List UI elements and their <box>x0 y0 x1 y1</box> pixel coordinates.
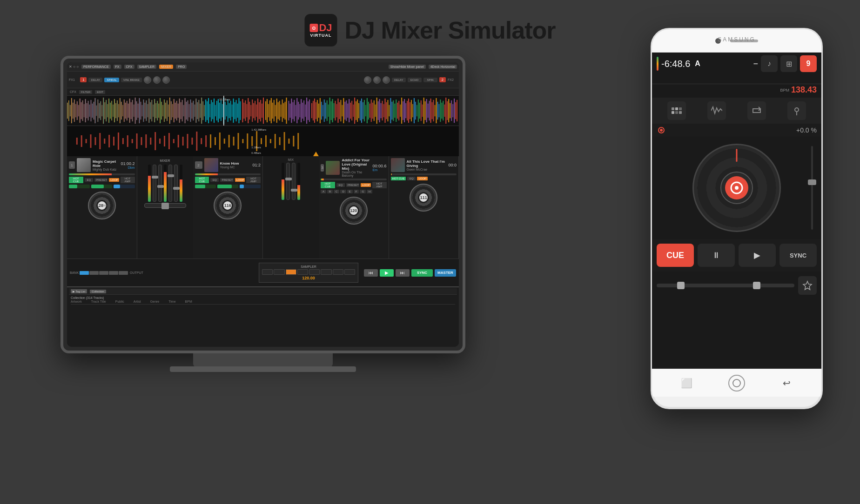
phone-pause-button[interactable]: ⏸ <box>698 244 735 267</box>
play-master-btn[interactable]: ▶ <box>380 269 394 277</box>
deck-3-loop[interactable]: LOOP <box>361 183 370 187</box>
deck-2-preset[interactable]: PRESET <box>220 178 233 182</box>
deck-1-eq-btn[interactable]: EQ <box>85 178 93 182</box>
phone-music-icon-btn[interactable]: ♪ <box>761 55 778 72</box>
key-e[interactable]: E <box>347 190 353 193</box>
deck-1-hotamp[interactable]: HOT AMP <box>121 177 135 183</box>
master-btn[interactable]: MASTER <box>435 269 456 277</box>
phone-back-btn[interactable]: ⬜ <box>678 374 696 392</box>
toolbar-cfx[interactable]: CFX <box>124 65 134 69</box>
deck-3-hotamp[interactable]: HOT AMP <box>372 182 387 188</box>
phone-pin-icon-btn[interactable] <box>787 101 806 120</box>
key-b[interactable]: B <box>327 190 333 193</box>
pad-5[interactable] <box>309 269 320 275</box>
pad-7[interactable] <box>333 269 343 275</box>
fader-3[interactable] <box>168 165 172 202</box>
deck-4-loop[interactable]: LOOP <box>417 177 428 180</box>
deck-2-eq-btn[interactable]: EQ <box>210 178 219 182</box>
bank-4[interactable] <box>109 271 118 275</box>
deck-2-hot-cue[interactable]: HOT CUE <box>195 177 209 183</box>
phone-eq-slider[interactable] <box>657 284 794 287</box>
phone-recent-btn[interactable]: ↩ <box>777 374 796 392</box>
deck-2-lo-slider[interactable] <box>240 185 261 188</box>
phone-waveform-icon-btn[interactable] <box>707 101 726 120</box>
fx-spin[interactable]: SPIN <box>423 78 437 82</box>
deck-1-preset[interactable]: PRESET <box>94 178 108 182</box>
pad-6[interactable] <box>321 269 331 275</box>
phone-eq-icon-btn[interactable] <box>667 101 686 120</box>
deck-3-eq-btn[interactable]: EQ <box>336 183 345 187</box>
fx-delay2[interactable]: DELAY <box>392 78 406 82</box>
phone-home-btn[interactable] <box>728 375 745 391</box>
deck-1-hi-slider[interactable] <box>69 185 90 188</box>
key-a[interactable]: A <box>321 190 326 193</box>
key-f[interactable]: F <box>354 190 359 193</box>
fx-knob-3[interactable] <box>162 76 170 84</box>
deck-2-mid-slider[interactable] <box>217 185 238 188</box>
deck-1-hot-cue[interactable]: HOT CUE <box>69 177 83 183</box>
toolbar-sampler[interactable]: SAMPLER <box>137 65 156 69</box>
pad-1[interactable] <box>262 269 273 275</box>
fx-vinl[interactable]: VINL BRAKE <box>121 78 142 82</box>
phone-pitch-slider[interactable] <box>807 137 817 239</box>
phone-loop-icon-btn[interactable] <box>747 101 766 120</box>
sync-btn[interactable]: SYNC <box>411 269 433 277</box>
cfx-filter-btn[interactable]: FILTER <box>79 90 92 94</box>
deck-1-mid-slider[interactable] <box>91 185 112 188</box>
phone-rec-icon-btn[interactable]: 9 <box>800 55 817 72</box>
deck-2-hotamp[interactable]: HOT AMP <box>246 177 261 183</box>
prev-btn[interactable]: ⏮ <box>364 269 378 277</box>
deck-2-turntable[interactable]: 116 <box>214 192 242 219</box>
toolbar-mixer[interactable]: MIXER <box>159 65 173 69</box>
pad-3[interactable] <box>286 269 296 275</box>
phone-sync-button[interactable]: SYNC <box>779 244 817 267</box>
fx-knob-1[interactable] <box>144 76 151 84</box>
phone-grid-icon-btn[interactable]: ⊞ <box>780 55 797 72</box>
crossfader[interactable] <box>144 203 186 208</box>
key-c[interactable]: C <box>334 190 339 193</box>
cfx-edit-btn[interactable]: EDIT <box>95 90 105 94</box>
deck-2-hi-slider[interactable] <box>195 185 216 188</box>
tracklist-collection-btn[interactable]: Collection <box>90 290 106 293</box>
bank-3[interactable] <box>99 271 108 275</box>
pad-8[interactable] <box>344 269 355 275</box>
key-g[interactable]: G <box>360 190 366 193</box>
fx-echo[interactable]: ECHO <box>408 78 422 82</box>
phone-star-button[interactable] <box>798 276 817 295</box>
toolbar-fx[interactable]: FX <box>114 65 121 69</box>
key-d[interactable]: D <box>340 190 346 193</box>
deck-4-hot-cue[interactable]: HOT CUE <box>391 177 406 180</box>
next-btn[interactable]: ⏭ <box>396 269 410 277</box>
fx-spiral[interactable]: SPIRAL <box>104 78 119 82</box>
bank-2[interactable] <box>89 271 99 275</box>
fx-knob-4[interactable] <box>364 76 371 84</box>
fx-delay[interactable]: DELAY <box>88 78 102 82</box>
bank-5[interactable] <box>119 271 128 275</box>
layout-btn[interactable]: 4Deck Horizontal <box>429 65 457 69</box>
fx-knob-2[interactable] <box>153 76 161 84</box>
deck-2-loop[interactable]: LOOP <box>235 178 245 182</box>
deck-4-eq-btn[interactable]: EQ <box>407 177 416 180</box>
pad-4[interactable] <box>297 269 308 275</box>
toolbar-performance[interactable]: PERFORMANCE <box>81 65 110 69</box>
fader-1[interactable] <box>153 165 156 202</box>
fx-knob-6[interactable] <box>383 76 390 84</box>
fader-6[interactable] <box>292 163 296 200</box>
fx-knob-5[interactable] <box>373 76 381 84</box>
fader-4[interactable] <box>174 165 178 202</box>
key-h[interactable]: H <box>367 190 372 193</box>
fader-2[interactable] <box>158 165 162 202</box>
bank-1[interactable] <box>80 271 89 275</box>
deck-1-loop[interactable]: LOOP <box>109 178 119 182</box>
deck-3-preset[interactable]: PRESET <box>346 183 359 187</box>
deck-4-turntable[interactable]: 111 <box>410 184 437 212</box>
toolbar-pro[interactable]: PRO <box>176 65 187 69</box>
phone-cue-button[interactable]: CUE <box>657 244 694 267</box>
deck-1-lo-slider[interactable] <box>114 185 134 188</box>
deck-3-turntable[interactable]: 120 <box>340 197 368 225</box>
tracklist-tag-btn[interactable]: ▶ Tag List <box>71 289 87 293</box>
fader-5[interactable] <box>286 163 290 200</box>
show-hide-btn[interactable]: Show/Hide Mixer panel <box>389 65 426 69</box>
pad-2[interactable] <box>274 269 284 275</box>
phone-play-button[interactable]: ▶ <box>739 244 776 267</box>
